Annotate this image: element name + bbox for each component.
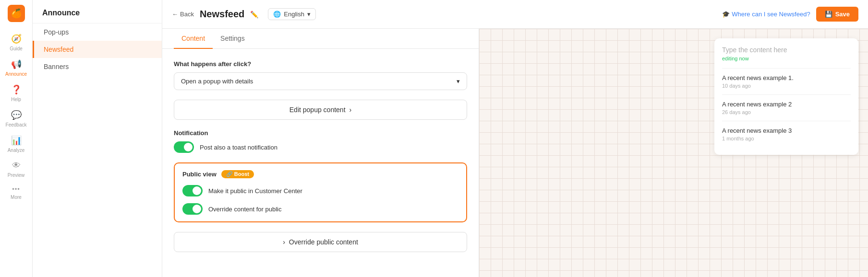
news-item-1-title: A recent news example 1. — [722, 74, 851, 81]
sidebar-item-help-label: Help — [11, 97, 21, 102]
edit-popup-label: Edit popup content — [289, 106, 346, 114]
sidebar-item-preview-label: Preview — [8, 173, 25, 178]
save-button[interactable]: 💾 Save — [816, 7, 858, 22]
back-label: Back — [180, 11, 194, 18]
language-label: English — [284, 11, 304, 18]
main-content: ← Back Newsfeed ✏️ 🌐 English ▾ 🎓 Where c… — [162, 0, 868, 277]
news-item-1-date: 10 days ago — [722, 83, 851, 89]
click-dropdown[interactable]: Open a popup with details ▾ — [174, 72, 467, 90]
help-link-label: Where can I see Newsfeed? — [732, 11, 810, 18]
globe-icon: 🌐 — [273, 11, 281, 18]
back-button[interactable]: ← Back — [172, 11, 194, 18]
tab-settings[interactable]: Settings — [213, 29, 253, 49]
click-section-label: What happens after click? — [174, 60, 467, 68]
dropdown-chevron-icon: ▾ — [457, 78, 460, 85]
preview-area: Type the content here editing now A rece… — [479, 29, 868, 277]
override-btn-label: Override public content — [289, 238, 358, 246]
public-view-box: Public view 🔗 Boost Make it public in Cu… — [174, 162, 467, 222]
override-content-toggle[interactable] — [182, 203, 203, 215]
page-title: Newsfeed — [200, 9, 244, 20]
sidebar-item-more-label: More — [11, 195, 22, 200]
boost-label: 🔗 Boost — [226, 171, 249, 177]
menu-item-banners[interactable]: Banners — [33, 58, 162, 75]
back-arrow-icon: ← — [172, 11, 178, 18]
public-view-header: Public view 🔗 Boost — [182, 170, 458, 178]
settings-content: What happens after click? Open a popup w… — [162, 49, 479, 264]
icon-sidebar: 🍊 🧭 Guide 📢 Announce ❓ Help 💬 Feedback 📊… — [0, 0, 33, 277]
menu-item-popups[interactable]: Pop-ups — [33, 23, 162, 41]
sidebar-item-help[interactable]: ❓ Help — [0, 81, 32, 106]
logo-symbol: 🍊 — [11, 8, 22, 19]
edit-popup-button[interactable]: Edit popup content › — [174, 100, 467, 120]
left-panel-title: Announce — [33, 0, 162, 23]
news-item-3-title: A recent news example 3 — [722, 127, 851, 134]
chevron-right-icon-2: › — [283, 238, 285, 246]
sidebar-item-guide[interactable]: 🧭 Guide — [0, 30, 32, 55]
news-editing-label: editing now — [722, 56, 851, 61]
analyze-icon: 📊 — [11, 135, 22, 146]
language-selector[interactable]: 🌐 English ▾ — [268, 8, 316, 20]
news-item-1: A recent news example 1. 10 days ago — [722, 68, 851, 94]
toast-toggle-label: Post also a toast notification — [200, 144, 277, 151]
feedback-icon: 💬 — [11, 110, 22, 120]
save-label: Save — [835, 11, 850, 18]
chevron-right-icon: › — [350, 106, 352, 114]
make-public-label: Make it public in Customer Center — [208, 187, 302, 195]
sidebar-item-preview[interactable]: 👁 Preview — [0, 157, 32, 182]
override-content-label: Override content for public — [208, 206, 281, 213]
content-area: Content Settings What happens after clic… — [162, 29, 868, 277]
click-section: What happens after click? Open a popup w… — [174, 60, 467, 90]
top-bar: ← Back Newsfeed ✏️ 🌐 English ▾ 🎓 Where c… — [162, 0, 868, 29]
boost-badge[interactable]: 🔗 Boost — [221, 170, 254, 178]
notification-section: Notification Post also a toast notificat… — [174, 129, 467, 153]
settings-panel: Content Settings What happens after clic… — [162, 29, 479, 277]
news-editor-title: Type the content here — [722, 46, 851, 54]
news-item-2: A recent news example 2 26 days ago — [722, 94, 851, 121]
edit-icon[interactable]: ✏️ — [250, 11, 258, 18]
make-public-toggle[interactable] — [182, 185, 203, 196]
sidebar-item-guide-label: Guide — [10, 46, 23, 51]
sidebar-item-feedback-label: Feedback — [6, 122, 27, 127]
preview-icon: 👁 — [12, 161, 21, 171]
help-link[interactable]: 🎓 Where can I see Newsfeed? — [722, 11, 810, 18]
sidebar-item-announce-label: Announce — [5, 71, 27, 77]
toast-toggle[interactable] — [174, 141, 194, 153]
news-item-3: A recent news example 3 1 months ago — [722, 121, 851, 147]
app-logo: 🍊 — [8, 5, 25, 22]
sidebar-item-feedback[interactable]: 💬 Feedback — [0, 106, 32, 131]
save-icon: 💾 — [825, 11, 832, 18]
guide-icon: 🧭 — [11, 34, 22, 44]
news-item-2-date: 26 days ago — [722, 109, 851, 115]
sidebar-item-announce[interactable]: 📢 Announce — [0, 55, 32, 81]
make-public-row: Make it public in Customer Center — [182, 185, 458, 196]
chevron-down-icon: ▾ — [307, 11, 311, 18]
tabs: Content Settings — [162, 29, 479, 49]
left-panel: Announce Pop-ups Newsfeed Banners — [33, 0, 162, 277]
news-item-3-date: 1 months ago — [722, 136, 851, 141]
more-icon: ••• — [12, 185, 20, 193]
help-icon: ❓ — [11, 84, 22, 95]
news-card: Type the content here editing now A rece… — [714, 38, 858, 155]
sidebar-item-analyze-label: Analyze — [8, 148, 25, 153]
toast-toggle-row: Post also a toast notification — [174, 141, 467, 153]
override-content-row: Override content for public — [182, 203, 458, 215]
sidebar-item-more[interactable]: ••• More — [0, 182, 32, 204]
help-link-icon: 🎓 — [722, 11, 730, 18]
sidebar-item-analyze[interactable]: 📊 Analyze — [0, 131, 32, 157]
override-public-button[interactable]: › Override public content — [174, 232, 467, 252]
announce-icon: 📢 — [11, 59, 22, 69]
tab-content[interactable]: Content — [174, 29, 213, 49]
menu-item-newsfeed[interactable]: Newsfeed — [33, 41, 162, 58]
public-view-title: Public view — [182, 171, 217, 178]
notification-label: Notification — [174, 129, 467, 137]
click-dropdown-value: Open a popup with details — [181, 78, 253, 85]
news-item-2-title: A recent news example 2 — [722, 101, 851, 108]
